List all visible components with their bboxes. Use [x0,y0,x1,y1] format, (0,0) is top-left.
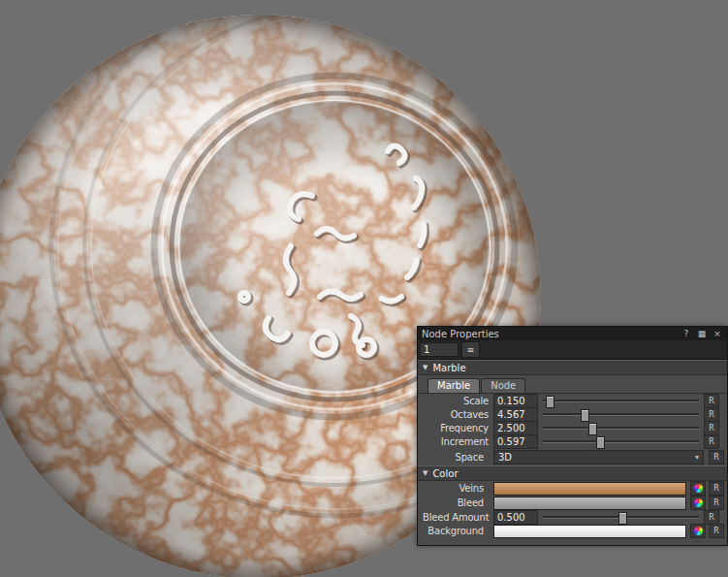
tab-node[interactable]: Node [481,378,525,393]
color-picker-button[interactable] [690,481,706,496]
collapse-triangle-icon: ▼ [423,469,427,477]
node-count-input[interactable] [420,342,459,357]
param-label-bleed-amount: Bleed Amount [423,512,493,523]
param-dropdown-space[interactable]: 3D▾ [493,450,704,465]
param-row-bleed-amount: Bleed Amount0.500R [423,510,722,524]
param-color-swatch-bleed[interactable] [493,497,686,510]
panel-title: Node Properties [422,329,677,339]
slider-track [543,440,699,443]
param-color-swatch-veins[interactable] [493,482,686,496]
panel-toolbar: ≡ [418,340,727,360]
reset-button[interactable]: R [709,481,724,496]
panel-titlebar[interactable]: Node Properties ? ▦ × [418,327,727,340]
param-slider-scale[interactable] [543,394,699,407]
param-label-increment: Increment [423,436,493,447]
param-value-octaves[interactable]: 4.567 [493,407,538,422]
param-row-background: BackgroundR [418,524,727,538]
param-label-space: Space [418,452,489,463]
slider-track [543,413,699,416]
param-label-octaves: Octaves [423,409,493,420]
section-header-color[interactable]: ▼Color [418,465,727,481]
tab-marble[interactable]: Marble [427,378,480,393]
param-slider-increment[interactable] [543,434,699,448]
panel-body: ▼MarbleMarbleNodeScale0.150ROctaves4.567… [418,360,727,545]
color-wheel-icon [694,484,703,493]
param-color-swatch-background[interactable] [493,525,686,538]
slider-handle[interactable] [618,512,627,525]
reset-button[interactable]: R [709,496,724,510]
section-label: Marble [432,363,465,373]
dropdown-value: 3D [498,452,695,463]
param-row-frequency: Frequency2.500R [423,421,722,434]
node-properties-panel: Node Properties ? ▦ × ≡ ▼MarbleMarbleNod… [417,326,728,546]
param-value-bleed-amount[interactable]: 0.500 [493,510,538,525]
reset-button[interactable]: R [709,524,724,538]
param-slider-bleed-amount[interactable] [543,510,699,524]
collapse-triangle-icon: ▼ [423,364,427,371]
slider-track [543,400,699,402]
param-slider-octaves[interactable] [543,407,699,421]
help-icon[interactable]: ? [681,329,692,338]
pin-icon[interactable]: ▦ [696,329,708,338]
reset-button[interactable]: R [704,421,719,435]
param-label-scale: Scale [423,396,493,406]
param-row-veins: VeinsR [418,481,727,496]
reset-button[interactable]: R [704,510,719,525]
section-label: Color [432,468,458,479]
3d-viewport[interactable]: Node Properties ? ▦ × ≡ ▼MarbleMarbleNod… [0,0,728,577]
param-row-bleed: BleedR [418,496,727,510]
chevron-down-icon: ▾ [695,453,699,462]
param-label-veins: Veins [418,483,489,494]
tab-bar: MarbleNode [418,375,727,394]
slider-track [543,427,699,430]
section-header-marble[interactable]: ▼Marble [418,360,727,375]
reset-button[interactable]: R [709,450,724,465]
slider-handle[interactable] [596,436,605,449]
color-picker-button[interactable] [690,524,706,538]
color-wheel-icon [694,527,703,535]
param-row-space: Space3D▾R [418,448,727,465]
menu-button[interactable]: ≡ [461,341,480,358]
param-label-background: Background [418,526,489,536]
param-label-frequency: Frequency [423,423,493,433]
color-wheel-icon [694,498,703,507]
reset-button[interactable]: R [704,434,719,449]
param-value-increment[interactable]: 0.597 [493,434,538,449]
reset-button[interactable]: R [704,394,719,408]
param-value-scale[interactable]: 0.150 [493,394,538,408]
color-picker-button[interactable] [690,496,706,510]
param-label-bleed: Bleed [418,497,489,508]
reset-button[interactable]: R [704,407,719,422]
param-row-increment: Increment0.597R [423,434,722,448]
param-row-scale: Scale0.150R [423,394,722,407]
param-row-octaves: Octaves4.567R [423,407,722,421]
close-icon[interactable]: × [712,329,723,338]
param-value-frequency[interactable]: 2.500 [493,421,538,435]
param-slider-frequency[interactable] [543,421,699,434]
